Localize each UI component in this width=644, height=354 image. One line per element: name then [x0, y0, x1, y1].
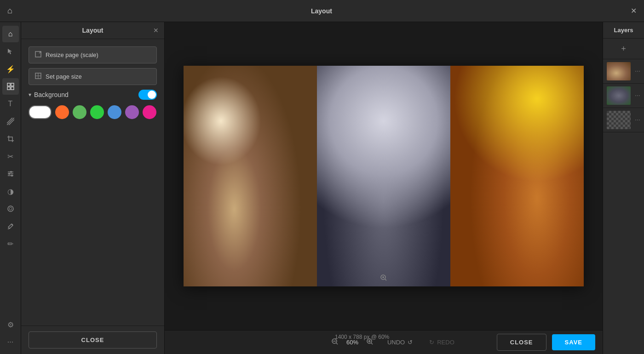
- svg-point-12: [11, 175, 13, 177]
- swatch-blue[interactable]: [108, 105, 121, 119]
- tool-text[interactable]: T: [2, 96, 19, 112]
- canvas-frame: [184, 66, 584, 286]
- layers-header: Layers: [603, 22, 644, 39]
- canvas-image-1: [184, 66, 317, 286]
- save-button[interactable]: SAVE: [552, 334, 595, 350]
- canvas-container[interactable]: [165, 22, 603, 330]
- undo-icon: ↺: [408, 339, 413, 346]
- set-size-label: Set page size: [46, 73, 82, 80]
- svg-rect-1: [11, 83, 14, 86]
- main-layout: ⌂ ⚡ T: [0, 22, 644, 354]
- resize-page-button[interactable]: Resize page (scale): [29, 46, 157, 63]
- canvas-image-3: [450, 66, 584, 286]
- left-panel: Layout ✕ Resize page (scale): [21, 22, 165, 354]
- home-icon[interactable]: ⌂: [7, 6, 12, 16]
- canvas-zoom-icon: [380, 274, 387, 283]
- panel-header: Layout ✕: [21, 22, 164, 39]
- bg-label-group: ▾ Background: [29, 91, 69, 98]
- resize-label: Resize page (scale): [46, 51, 98, 58]
- close-icon[interactable]: ✕: [631, 6, 637, 15]
- layer-more-icon-2[interactable]: ⋯: [635, 92, 640, 99]
- tool-pattern[interactable]: [2, 113, 19, 130]
- svg-line-26: [336, 343, 338, 344]
- tool-grid[interactable]: [2, 78, 19, 95]
- svg-point-14: [9, 207, 12, 210]
- layer-item[interactable]: ⋯: [603, 84, 644, 108]
- set-size-icon: [34, 72, 42, 81]
- layers-title: Layers: [614, 27, 633, 34]
- toggle-knob: [148, 91, 156, 99]
- tool-crop[interactable]: [2, 131, 19, 147]
- bottom-right: CLOSE SAVE: [497, 334, 595, 351]
- redo-icon: ↻: [429, 339, 434, 346]
- swatch-white[interactable]: [29, 105, 52, 119]
- close-button[interactable]: CLOSE: [497, 334, 546, 351]
- background-chevron-icon[interactable]: ▾: [29, 91, 31, 98]
- tool-vignette[interactable]: [2, 200, 19, 217]
- redo-button[interactable]: ↻ REDO: [425, 336, 459, 348]
- set-page-size-button[interactable]: Set page size: [29, 68, 157, 85]
- layer-thumbnail-1: [607, 62, 631, 80]
- svg-line-22: [385, 279, 386, 280]
- svg-point-10: [10, 171, 12, 173]
- tool-lightning[interactable]: ⚡: [2, 61, 19, 77]
- layers-add: +: [603, 39, 644, 59]
- swatch-lime[interactable]: [73, 105, 86, 119]
- redo-label: REDO: [437, 339, 454, 346]
- layer-more-icon-3[interactable]: ⋯: [635, 117, 640, 123]
- svg-point-16: [12, 224, 13, 225]
- color-swatches: [29, 105, 157, 119]
- tool-adjust[interactable]: [2, 166, 19, 182]
- undo-label: UNDO: [387, 339, 405, 346]
- tool-pen[interactable]: ✏: [2, 235, 19, 252]
- layer-item[interactable]: ⋯: [603, 59, 644, 84]
- canvas-info: 1400 x 788 px @ 60%: [335, 334, 389, 340]
- background-label: Background: [34, 91, 69, 98]
- panel-close-icon[interactable]: ✕: [153, 27, 159, 34]
- layer-thumbnail-2: [607, 86, 631, 105]
- svg-point-13: [8, 206, 13, 211]
- layer-item[interactable]: ⋯: [603, 108, 644, 132]
- tool-settings[interactable]: ⚙: [2, 316, 19, 333]
- svg-line-4: [7, 118, 14, 125]
- canvas-images: [184, 66, 584, 286]
- background-header: ▾ Background: [29, 90, 157, 100]
- tool-select[interactable]: [2, 43, 19, 60]
- app-title: Layout: [311, 7, 332, 15]
- svg-line-29: [371, 343, 373, 344]
- tool-eyedropper[interactable]: [2, 218, 19, 234]
- svg-point-11: [8, 173, 10, 175]
- swatch-purple[interactable]: [125, 105, 139, 119]
- canvas-image-2: [317, 66, 450, 286]
- background-toggle[interactable]: [138, 90, 157, 100]
- svg-rect-3: [11, 87, 14, 90]
- tool-scissors[interactable]: ✂: [2, 148, 19, 165]
- panel-body: Resize page (scale) Set page size ▾: [21, 39, 164, 325]
- layer-thumbnail-3: [607, 111, 631, 129]
- canvas-area: 1400 x 788 px @ 60% 60%: [165, 22, 603, 354]
- right-panel: Layers + ⋯ ⋯ ⋯ ›: [603, 22, 644, 354]
- svg-line-15: [8, 228, 10, 229]
- resize-icon: [34, 51, 42, 59]
- left-toolbar: ⌂ ⚡ T: [0, 22, 21, 354]
- layer-more-icon-1[interactable]: ⋯: [635, 68, 640, 74]
- panel-title: Layout: [82, 27, 104, 34]
- tool-home[interactable]: ⌂: [2, 26, 19, 42]
- swatch-green[interactable]: [90, 105, 104, 119]
- left-panel-bottom: CLOSE: [21, 325, 164, 354]
- swatch-orange[interactable]: [55, 105, 69, 119]
- svg-rect-2: [7, 87, 10, 90]
- tool-tonal[interactable]: ◑: [2, 183, 19, 200]
- tool-more[interactable]: ···: [2, 334, 19, 350]
- swatch-pink[interactable]: [143, 105, 156, 119]
- background-section: ▾ Background: [29, 90, 157, 119]
- left-panel-close-button[interactable]: CLOSE: [29, 331, 157, 348]
- svg-rect-0: [7, 83, 10, 86]
- top-bar: ⌂ Layout ✕: [0, 0, 644, 22]
- add-layer-button[interactable]: +: [617, 42, 630, 55]
